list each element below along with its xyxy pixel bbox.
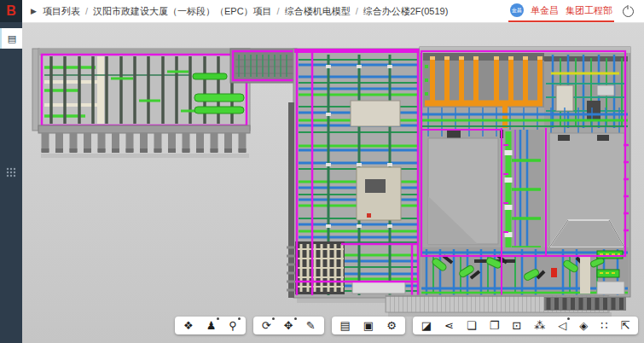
rooftop-grid — [544, 53, 628, 128]
report-icon[interactable]: ▤ — [340, 320, 351, 331]
app-logo[interactable]: B — [0, 0, 22, 22]
settings-icon[interactable]: ⚙ — [386, 320, 397, 331]
power-icon[interactable] — [623, 6, 634, 17]
breadcrumb-items: 项目列表/汉阳市政建设大厦（一标段）（EPC）项目/综合楼机电模型/综合办公楼2… — [43, 5, 448, 18]
model-list-icon: ▤ — [8, 33, 16, 44]
breadcrumb-item[interactable]: 汉阳市政建设大厦（一标段）（EPC）项目 — [93, 5, 272, 18]
model-viewport[interactable] — [22, 22, 644, 343]
zoom-window-icon[interactable]: ⚲ — [229, 320, 237, 331]
sidebar-item-model[interactable]: ▤ — [0, 28, 22, 49]
atrium-right — [549, 133, 624, 247]
notification-dot — [217, 317, 219, 320]
toolbar-group: ❖♟⚲ — [175, 317, 246, 334]
apps-grid-icon[interactable] — [0, 167, 22, 177]
right-block — [420, 47, 630, 297]
toolbar-group: ▤▣⚙ — [332, 317, 405, 334]
bottom-slab — [386, 295, 626, 317]
breadcrumb-item[interactable]: 项目列表 — [43, 5, 80, 18]
eraser-icon[interactable]: ◪ — [421, 320, 432, 331]
breadcrumb-arrow-icon: ▶ — [31, 7, 37, 15]
user-department[interactable]: 集团工程部 — [566, 4, 612, 17]
sound-icon[interactable]: ◁ — [558, 320, 566, 331]
notification-dot — [567, 317, 570, 320]
exit-view-icon[interactable]: ⇱ — [621, 320, 630, 331]
toolbar-group: ◪⋖❏❐⊡⁂◁◈∷⇱ — [413, 317, 639, 334]
layers-hand-icon[interactable]: ❏ — [467, 320, 477, 331]
bottom-toolbar: ❖♟⚲⟳✥✎▤▣⚙◪⋖❏❐⊡⁂◁◈∷⇱ — [175, 317, 638, 334]
user-group: 金昌 单金昌 集团工程部 — [508, 0, 614, 22]
notification-dot — [272, 317, 275, 320]
avatar[interactable]: 金昌 — [510, 3, 524, 17]
focus-box-icon[interactable]: ⊡ — [512, 320, 521, 331]
user-name[interactable]: 单金昌 — [531, 4, 559, 17]
walkthrough-icon[interactable]: ♟ — [206, 320, 217, 331]
breadcrumb-item[interactable]: 综合楼机电模型 — [285, 5, 351, 18]
copy-icon[interactable]: ❐ — [490, 320, 500, 331]
notification-dot — [294, 317, 297, 320]
toolbar-group: ⟳✥✎ — [253, 317, 324, 334]
breadcrumb: ▶ 项目列表/汉阳市政建设大厦（一标段）（EPC）项目/综合楼机电模型/综合办公… — [31, 5, 448, 18]
scatter-select-icon[interactable]: ∷ — [600, 320, 607, 331]
center-tower — [287, 49, 421, 298]
rotate-icon[interactable]: ⟳ — [262, 320, 271, 331]
breadcrumb-separator: / — [85, 6, 88, 16]
breadcrumb-item[interactable]: 综合办公楼2F(0519) — [363, 5, 449, 18]
orbit-view-icon[interactable]: ❖ — [183, 320, 194, 331]
header: ▶ 项目列表/汉阳市政建设大厦（一标段）（EPC）项目/综合楼机电模型/综合办公… — [22, 0, 644, 23]
measure-icon[interactable]: ✎ — [306, 320, 316, 331]
corridor-link — [230, 49, 297, 83]
left-wing — [32, 49, 250, 158]
notification-dot — [238, 317, 241, 320]
move-icon[interactable]: ✥ — [284, 320, 293, 331]
share-icon[interactable]: ⋖ — [444, 320, 454, 331]
breadcrumb-separator: / — [356, 6, 358, 16]
bottom-mep-band — [421, 247, 629, 295]
sidebar: B ▤ — [0, 0, 22, 343]
structure-tree-icon[interactable]: ⁂ — [534, 320, 545, 331]
breadcrumb-separator: / — [277, 6, 280, 16]
user-area: 金昌 单金昌 集团工程部 — [508, 0, 634, 22]
save-view-icon[interactable]: ▣ — [363, 320, 374, 331]
floorplan-3d-model — [22, 22, 644, 343]
paint-icon[interactable]: ◈ — [579, 320, 588, 331]
